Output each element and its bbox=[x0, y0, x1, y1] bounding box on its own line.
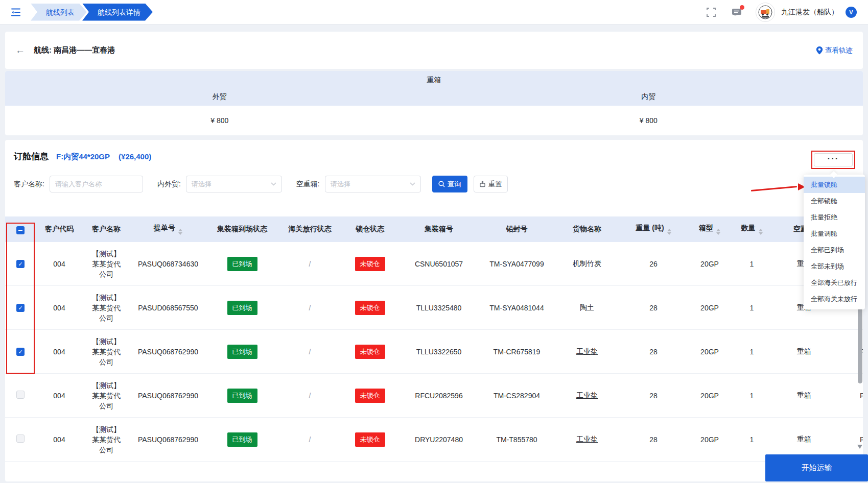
seal-no: TM-CR675819 bbox=[480, 348, 554, 356]
annotation-red-box-more: ··· bbox=[811, 151, 855, 169]
empty-heavy-select[interactable]: 请选择 bbox=[325, 176, 421, 192]
row-checkbox[interactable] bbox=[16, 391, 25, 399]
bill-no: PASUQ068734630 bbox=[130, 260, 206, 268]
booking-amount: (¥26,400) bbox=[119, 152, 151, 161]
batch-actions-menu: 批量锁舱 全部锁舱 批量拒绝 批量调舱 全部已到场 全部未到场 全部海关已放行 … bbox=[804, 175, 865, 309]
arrival-status-badge: 已到场 bbox=[227, 257, 257, 271]
customs-status: / bbox=[278, 260, 342, 268]
customer-name-input[interactable] bbox=[50, 176, 143, 192]
back-arrow-icon[interactable]: ← bbox=[15, 45, 25, 55]
container-no: DRYU2207480 bbox=[398, 436, 480, 444]
user-name: 九江港发（船队） bbox=[781, 8, 838, 17]
booking-table: 客户代码 客户名称 提单号 集装箱到场状态 海关放行状态 锁仓状态 集装箱号 铅… bbox=[5, 216, 863, 462]
cargo-name-link[interactable]: 工业盐 bbox=[576, 347, 598, 355]
select-all-checkbox[interactable] bbox=[16, 226, 25, 234]
col-seal-no: 铅封号 bbox=[480, 225, 554, 234]
search-button[interactable]: 查询 bbox=[432, 176, 467, 192]
weight: 28 bbox=[620, 304, 687, 312]
menu-item-batch-reject[interactable]: 批量拒绝 bbox=[804, 209, 865, 226]
customer-code: 004 bbox=[36, 436, 83, 444]
container-no: CSNU6501057 bbox=[398, 260, 480, 268]
seal-no: TM-T855780 bbox=[480, 436, 554, 444]
menu-fold-icon[interactable] bbox=[9, 6, 22, 19]
route-header-card: ← 航线: 南昌港——宜春港 查看轨迹 bbox=[5, 32, 863, 69]
table-row: 004 【测试】某某货代公司 PASUQ068762990 已到场 / 未锁仓 … bbox=[5, 374, 863, 418]
booking-title-row: 订舱信息 F:内贸44*20GP (¥26,400) bbox=[5, 140, 863, 166]
col-customer-name: 客户名称 bbox=[83, 225, 130, 234]
arrival-status-badge: 已到场 bbox=[227, 389, 257, 403]
cargo-name-link[interactable]: 工业盐 bbox=[576, 435, 598, 443]
location-pin-icon bbox=[816, 46, 823, 55]
menu-item-lock-all[interactable]: 全部锁舱 bbox=[804, 193, 865, 209]
col-qty: 数量 bbox=[733, 224, 771, 235]
tab-route-detail[interactable]: 航线列表详情 bbox=[82, 4, 153, 21]
bill-no: PASUQ068762990 bbox=[130, 392, 206, 400]
start-transport-button[interactable]: 开始运输 bbox=[765, 454, 868, 481]
scrollbar-thumb[interactable] bbox=[858, 308, 862, 383]
customs-status: / bbox=[278, 392, 342, 400]
row-checkbox[interactable]: ✓ bbox=[16, 348, 25, 356]
menu-item-batch-lock[interactable]: 批量锁舱 bbox=[804, 177, 865, 193]
verified-badge-icon[interactable]: V bbox=[846, 7, 857, 18]
empty-heavy: 重箱 bbox=[771, 435, 837, 444]
fullscreen-icon[interactable] bbox=[706, 7, 717, 18]
col-customs-status: 海关放行状态 bbox=[278, 225, 342, 234]
col-box-type: 箱型 bbox=[687, 224, 733, 235]
scrollbar-down-arrow-icon[interactable] bbox=[857, 445, 862, 449]
customs-status: / bbox=[278, 348, 342, 356]
lock-status-badge: 未锁仓 bbox=[355, 257, 385, 271]
menu-item-all-customs-released[interactable]: 全部海关已放行 bbox=[804, 275, 865, 291]
truncated-cell: P bbox=[837, 392, 863, 400]
col-weight: 重量 (吨) bbox=[620, 224, 687, 235]
box-type: 20GP bbox=[687, 392, 733, 400]
summary-header: 重箱 bbox=[5, 71, 863, 89]
weight: 28 bbox=[620, 436, 687, 444]
trade-type-label: 内外贸: bbox=[157, 180, 181, 189]
truncated-cell: P bbox=[837, 436, 863, 444]
customer-code: 004 bbox=[36, 348, 83, 356]
tab-route-list[interactable]: 航线列表 bbox=[31, 4, 87, 21]
qty: 1 bbox=[733, 348, 771, 356]
menu-item-all-not-arrived[interactable]: 全部未到场 bbox=[804, 258, 865, 275]
col-customer-code: 客户代码 bbox=[36, 225, 83, 234]
menu-item-batch-adjust[interactable]: 批量调舱 bbox=[804, 226, 865, 242]
customer-code: 004 bbox=[36, 392, 83, 400]
qty: 1 bbox=[733, 436, 771, 444]
more-actions-button[interactable]: ··· bbox=[814, 153, 853, 166]
reset-button[interactable]: 重置 bbox=[474, 176, 508, 192]
search-icon bbox=[438, 181, 445, 187]
row-checkbox[interactable]: ✓ bbox=[16, 304, 25, 312]
customer-name: 【测试】某某货代公司 bbox=[83, 380, 130, 411]
cargo-name: 陶土 bbox=[554, 303, 620, 312]
box-type: 20GP bbox=[687, 260, 733, 268]
bill-no: PASUQ068762990 bbox=[130, 348, 206, 356]
menu-item-all-arrived[interactable]: 全部已到场 bbox=[804, 242, 865, 258]
bill-no: PASUQ068762990 bbox=[130, 436, 206, 444]
view-track-link[interactable]: 查看轨迹 bbox=[816, 46, 853, 55]
qty: 1 bbox=[733, 304, 771, 312]
arrival-status-badge: 已到场 bbox=[227, 432, 257, 447]
table-row: ✓ 004 【测试】某某货代公司 PASUQ068734630 已到场 / 未锁… bbox=[5, 242, 863, 286]
menu-item-all-customs-not-released[interactable]: 全部海关未放行 bbox=[804, 291, 865, 307]
customer-code: 004 bbox=[36, 260, 83, 268]
sort-bill-no[interactable] bbox=[178, 229, 182, 235]
table-row: ✓ 004 【测试】某某货代公司 PASUQ068762990 已到场 / 未锁… bbox=[5, 330, 863, 374]
customer-name: 【测试】某某货代公司 bbox=[83, 424, 130, 455]
qty: 1 bbox=[733, 392, 771, 400]
cargo-name-link[interactable]: 工业盐 bbox=[576, 391, 598, 399]
booking-subtitle: F:内贸44*20GP bbox=[56, 152, 110, 162]
trade-type-select[interactable]: 请选择 bbox=[186, 176, 282, 192]
table-row: ✓ 004 【测试】某某货代公司 PASUD068567550 已到场 / 未锁… bbox=[5, 286, 863, 330]
customs-status: / bbox=[278, 304, 342, 312]
row-checkbox[interactable] bbox=[16, 434, 25, 443]
sort-box-type[interactable] bbox=[716, 229, 720, 235]
row-checkbox[interactable]: ✓ bbox=[16, 260, 25, 268]
empty-heavy: 重箱 bbox=[771, 347, 837, 356]
seal-no: TM-CS282904 bbox=[480, 392, 554, 400]
avatar-logo-icon[interactable] bbox=[756, 3, 775, 22]
sort-qty[interactable] bbox=[759, 229, 763, 235]
qty: 1 bbox=[733, 260, 771, 268]
notification-dot bbox=[740, 5, 744, 10]
message-icon[interactable] bbox=[731, 7, 742, 18]
sort-weight[interactable] bbox=[667, 229, 671, 235]
